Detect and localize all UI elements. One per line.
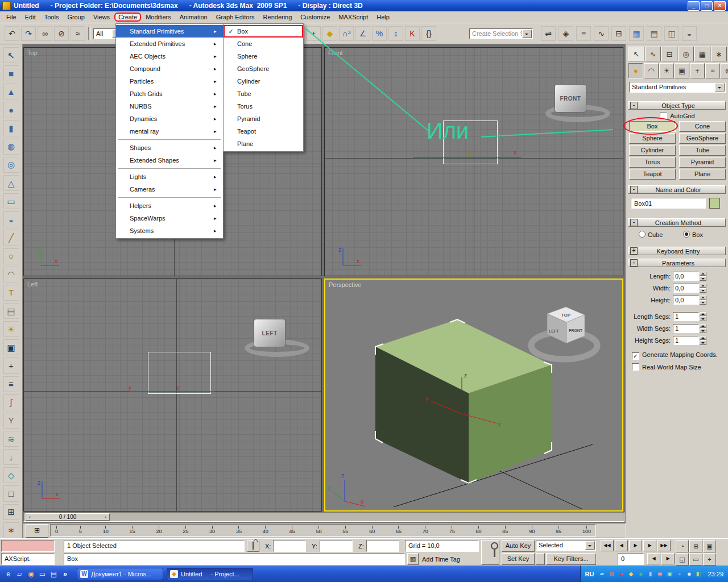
next-key-button[interactable]: ▶ <box>643 540 656 551</box>
spinner[interactable] <box>700 284 706 293</box>
tab-motion-icon[interactable]: ◎ <box>678 47 694 61</box>
viewport-label[interactable]: Front <box>328 49 343 56</box>
viewport-label[interactable]: Perspective <box>329 281 361 288</box>
parameter-field[interactable]: 1 <box>673 324 699 333</box>
category-spacewarps-icon[interactable]: ≈ <box>705 63 720 78</box>
spinner-up-icon[interactable] <box>700 312 706 317</box>
generate-mapping-checkbox[interactable]: ✓ <box>632 352 639 360</box>
spinner-down-icon[interactable] <box>700 276 706 281</box>
object-color-swatch[interactable] <box>709 198 720 209</box>
create-menu-extended-shapes[interactable]: Extended Shapes▸ <box>116 154 223 167</box>
chevron-down-icon[interactable] <box>522 30 532 38</box>
gravity-tool-icon[interactable]: ↓ <box>3 449 19 465</box>
parameter-field[interactable]: 0,0 <box>673 284 699 293</box>
spinner[interactable] <box>700 336 706 345</box>
menu-item-customize[interactable]: Customize <box>296 13 334 22</box>
pyramid-tool-icon[interactable]: △ <box>3 175 19 191</box>
spinner[interactable] <box>700 312 706 321</box>
create-menu-spacewarps[interactable]: SpaceWarps▸ <box>116 212 223 225</box>
time-slider-track[interactable]: ‹ 0 / 100 › <box>23 512 624 522</box>
submenu-item-torus[interactable]: Torus <box>224 100 303 113</box>
x-coordinate-field[interactable] <box>273 540 306 552</box>
select-and-link-icon[interactable]: ∞ <box>38 26 52 41</box>
time-slider-back-arrow-icon[interactable]: ‹ <box>26 514 34 520</box>
quick-launch-chevron-icon[interactable]: » <box>60 569 70 579</box>
object-type-torus-button[interactable]: Torus <box>629 157 676 168</box>
next-frame-button[interactable]: ▶ <box>661 553 675 564</box>
maximize-button[interactable]: □ <box>701 1 713 11</box>
submenu-item-sphere[interactable]: Sphere <box>224 50 303 63</box>
menu-item-graph-editors[interactable]: Graph Editors <box>212 13 259 22</box>
spinner-up-icon[interactable] <box>700 296 706 300</box>
tray-icon[interactable]: ● <box>617 570 625 578</box>
spinner[interactable] <box>700 296 706 305</box>
text-tool-icon[interactable]: T <box>3 285 19 301</box>
box-wireframe[interactable] <box>148 352 211 394</box>
torus-tool-icon[interactable]: ◎ <box>3 157 19 173</box>
menu-item-views[interactable]: Views <box>89 13 114 22</box>
keyboard-override-icon[interactable]: K <box>405 26 420 41</box>
named-selection-sets-combo[interactable]: Create Selection Set <box>469 28 533 39</box>
tray-icon[interactable]: ▣ <box>665 570 673 578</box>
time-tag-icon[interactable]: ▧ <box>407 553 419 565</box>
bind-to-space-warp-icon[interactable]: ≈ <box>71 26 85 41</box>
rollout-parameters[interactable]: - Parameters <box>628 259 726 267</box>
submenu-item-pyramid[interactable]: Pyramid <box>224 113 303 125</box>
undo-icon[interactable]: ↶ <box>5 26 19 41</box>
close-button[interactable]: × <box>714 1 726 11</box>
quick-launch-mail-icon[interactable]: ▤ <box>49 569 59 579</box>
key-filters-button[interactable]: Key Filters... <box>546 553 596 565</box>
bone-tool-icon[interactable]: ʃ <box>3 394 19 410</box>
zoom-all-icon[interactable]: ⊞ <box>689 540 702 552</box>
zoom-extents-all-icon[interactable]: ◱ <box>676 553 689 566</box>
category-geometry-icon[interactable]: ● <box>628 63 643 78</box>
quick-launch-desktop-icon[interactable]: ▱ <box>15 569 24 579</box>
cube-radio[interactable] <box>639 231 646 238</box>
parameter-field[interactable]: 0,0 <box>673 296 699 305</box>
mirror-icon[interactable]: ⇌ <box>541 26 556 41</box>
zoom-icon[interactable]: ◔ <box>676 540 689 552</box>
maxscript-mini-listener[interactable]: AXScript. <box>1 553 55 565</box>
object-type-teapot-button[interactable]: Teapot <box>629 169 676 180</box>
create-menu-patch-grids[interactable]: Patch Grids▸ <box>116 88 223 100</box>
material-editor-icon[interactable]: ▦ <box>629 26 644 41</box>
redo-icon[interactable]: ↷ <box>21 26 36 41</box>
creation-method-cube[interactable]: Cube <box>639 231 663 238</box>
menu-item-rendering[interactable]: Rendering <box>259 13 296 22</box>
add-time-tag[interactable]: Add Time Tag <box>422 556 460 563</box>
select-and-move-icon[interactable]: + <box>306 26 321 41</box>
tray-icon[interactable]: ▰ <box>598 570 606 578</box>
spinner-up-icon[interactable] <box>700 284 706 288</box>
spinner-snap-icon[interactable]: ↕ <box>388 26 403 41</box>
align-icon[interactable]: ◈ <box>559 26 573 41</box>
key-filter-toggle[interactable] <box>536 553 545 565</box>
tray-icon[interactable]: ● <box>675 570 683 578</box>
line-tool-icon[interactable]: ╱ <box>3 230 19 246</box>
viewcube[interactable]: FRONT <box>555 84 586 113</box>
time-slider[interactable]: ‹ 0 / 100 › <box>26 513 110 521</box>
percent-snap-icon[interactable]: % <box>372 26 387 41</box>
camera-tool-icon[interactable]: ▣ <box>3 339 19 355</box>
menu-item-animation[interactable]: Animation <box>176 13 212 22</box>
quick-launch-player-icon[interactable]: ◉ <box>26 569 36 579</box>
select-tool-icon[interactable]: ↖ <box>3 47 19 63</box>
tab-modify-icon[interactable]: ∿ <box>645 47 661 61</box>
maxscript-mini-listener-pink[interactable] <box>1 540 55 552</box>
select-and-manipulate-icon[interactable]: ◆ <box>322 26 337 41</box>
selection-lock-toggle[interactable] <box>247 540 259 552</box>
create-menu-shapes[interactable]: Shapes▸ <box>116 142 223 154</box>
tray-icon[interactable]: ◆ <box>627 570 635 578</box>
spinner-down-icon[interactable] <box>700 288 706 293</box>
create-menu-mental-ray[interactable]: mental ray▸ <box>116 125 223 138</box>
layer-manager-icon[interactable]: ≡ <box>576 26 591 41</box>
open-mini-curve-editor-button[interactable]: ⊞ <box>26 524 48 538</box>
object-type-plane-button[interactable]: Plane <box>679 169 726 180</box>
spinner-up-icon[interactable] <box>700 324 706 329</box>
selection-set-dropdown[interactable]: Selected <box>536 540 596 551</box>
menu-item-modifiers[interactable]: Modifiers <box>142 13 175 22</box>
viewcube-front-label[interactable]: FRONT <box>569 329 583 332</box>
create-menu-cameras[interactable]: Cameras▸ <box>116 183 223 196</box>
snaps-toggle-icon[interactable]: ∩³ <box>339 26 354 41</box>
submenu-item-box[interactable]: ✓Box <box>224 25 303 38</box>
go-to-end-button[interactable]: ▶▶ <box>657 540 671 551</box>
